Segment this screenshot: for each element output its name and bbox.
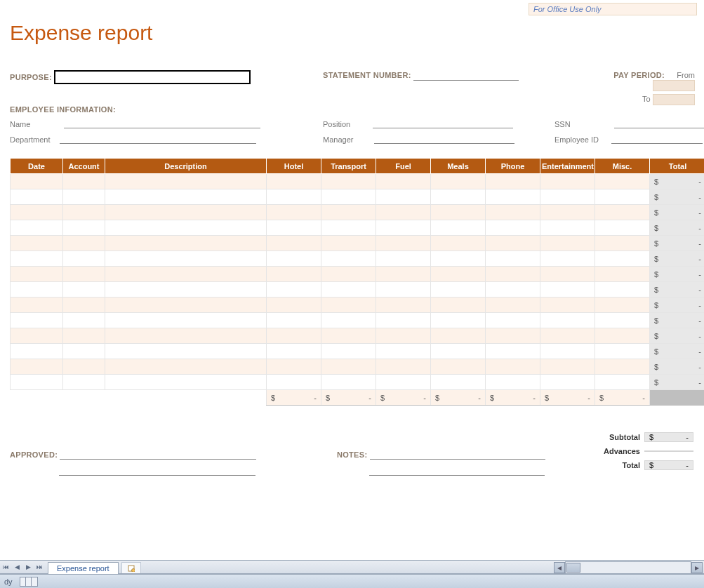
cell[interactable] xyxy=(105,205,267,220)
cell[interactable] xyxy=(63,282,105,298)
cell[interactable] xyxy=(540,298,595,313)
cell[interactable] xyxy=(321,282,376,298)
department-input[interactable] xyxy=(60,133,256,144)
cell[interactable] xyxy=(431,236,486,251)
cell[interactable] xyxy=(486,359,540,375)
cell[interactable] xyxy=(267,344,321,359)
cell[interactable] xyxy=(486,189,540,205)
cell[interactable] xyxy=(376,313,431,328)
cell[interactable] xyxy=(376,282,431,298)
cell[interactable] xyxy=(267,359,321,375)
cell[interactable] xyxy=(376,251,431,267)
cell[interactable] xyxy=(11,359,63,375)
cell[interactable] xyxy=(540,328,595,344)
cell[interactable] xyxy=(595,236,650,251)
cell[interactable] xyxy=(267,236,321,251)
cell[interactable] xyxy=(376,267,431,282)
cell[interactable] xyxy=(63,344,105,359)
cell[interactable] xyxy=(431,359,486,375)
cell[interactable] xyxy=(105,189,267,205)
cell[interactable] xyxy=(63,236,105,251)
cell[interactable] xyxy=(376,328,431,344)
cell[interactable] xyxy=(595,375,650,390)
cell[interactable] xyxy=(321,220,376,236)
tab-nav-first[interactable]: ⏮ xyxy=(0,563,11,570)
cell[interactable] xyxy=(267,205,321,220)
cell[interactable] xyxy=(595,205,650,220)
cell[interactable] xyxy=(540,189,595,205)
cell[interactable] xyxy=(595,251,650,267)
position-input[interactable] xyxy=(373,118,513,128)
notes-line-1[interactable] xyxy=(370,449,545,460)
cell[interactable] xyxy=(63,189,105,205)
cell[interactable] xyxy=(540,174,595,189)
cell[interactable] xyxy=(486,344,540,359)
cell[interactable] xyxy=(321,174,376,189)
pay-from-input[interactable] xyxy=(653,80,695,91)
cell[interactable] xyxy=(11,344,63,359)
cell[interactable] xyxy=(431,298,486,313)
cell[interactable] xyxy=(376,298,431,313)
cell[interactable] xyxy=(486,205,540,220)
cell[interactable] xyxy=(595,328,650,344)
cell[interactable] xyxy=(267,313,321,328)
statement-number-input[interactable] xyxy=(413,70,519,81)
cell[interactable] xyxy=(11,282,63,298)
cell[interactable] xyxy=(486,282,540,298)
cell[interactable] xyxy=(431,267,486,282)
cell[interactable] xyxy=(105,313,267,328)
cell[interactable] xyxy=(63,359,105,375)
cell[interactable] xyxy=(486,174,540,189)
cell[interactable] xyxy=(595,344,650,359)
cell[interactable] xyxy=(486,236,540,251)
cell[interactable] xyxy=(540,220,595,236)
cell[interactable] xyxy=(11,220,63,236)
hscroll-thumb[interactable] xyxy=(566,563,580,573)
cell[interactable] xyxy=(63,174,105,189)
cell[interactable] xyxy=(105,298,267,313)
cell[interactable] xyxy=(595,282,650,298)
cell[interactable] xyxy=(540,205,595,220)
cell[interactable] xyxy=(486,313,540,328)
cell[interactable] xyxy=(376,205,431,220)
cell[interactable] xyxy=(11,236,63,251)
cell[interactable] xyxy=(486,375,540,390)
cell[interactable] xyxy=(267,267,321,282)
cell[interactable] xyxy=(105,282,267,298)
employee-id-input[interactable] xyxy=(611,133,703,144)
cell[interactable] xyxy=(431,189,486,205)
cell[interactable] xyxy=(431,344,486,359)
cell[interactable] xyxy=(11,298,63,313)
cell[interactable] xyxy=(540,267,595,282)
cell[interactable] xyxy=(431,313,486,328)
cell[interactable] xyxy=(321,267,376,282)
pay-to-input[interactable] xyxy=(653,94,695,105)
cell[interactable] xyxy=(11,267,63,282)
cell[interactable] xyxy=(11,174,63,189)
cell[interactable] xyxy=(63,220,105,236)
hscroll-right-arrow[interactable]: ▸ xyxy=(691,562,703,573)
cell[interactable] xyxy=(540,282,595,298)
cell[interactable] xyxy=(321,375,376,390)
cell[interactable] xyxy=(267,328,321,344)
notes-line-2[interactable] xyxy=(369,465,545,476)
cell[interactable] xyxy=(431,220,486,236)
cell[interactable] xyxy=(540,313,595,328)
cell[interactable] xyxy=(431,328,486,344)
cell[interactable] xyxy=(11,375,63,390)
cell[interactable] xyxy=(63,298,105,313)
cell[interactable] xyxy=(595,313,650,328)
cell[interactable] xyxy=(595,267,650,282)
cell[interactable] xyxy=(63,328,105,344)
cell[interactable] xyxy=(595,298,650,313)
new-sheet-button[interactable] xyxy=(121,562,141,573)
cell[interactable] xyxy=(376,174,431,189)
cell[interactable] xyxy=(540,251,595,267)
cell[interactable] xyxy=(267,282,321,298)
cell[interactable] xyxy=(267,251,321,267)
cell[interactable] xyxy=(105,251,267,267)
cell[interactable] xyxy=(105,174,267,189)
cell[interactable] xyxy=(376,236,431,251)
cell[interactable] xyxy=(267,220,321,236)
cell[interactable] xyxy=(376,375,431,390)
